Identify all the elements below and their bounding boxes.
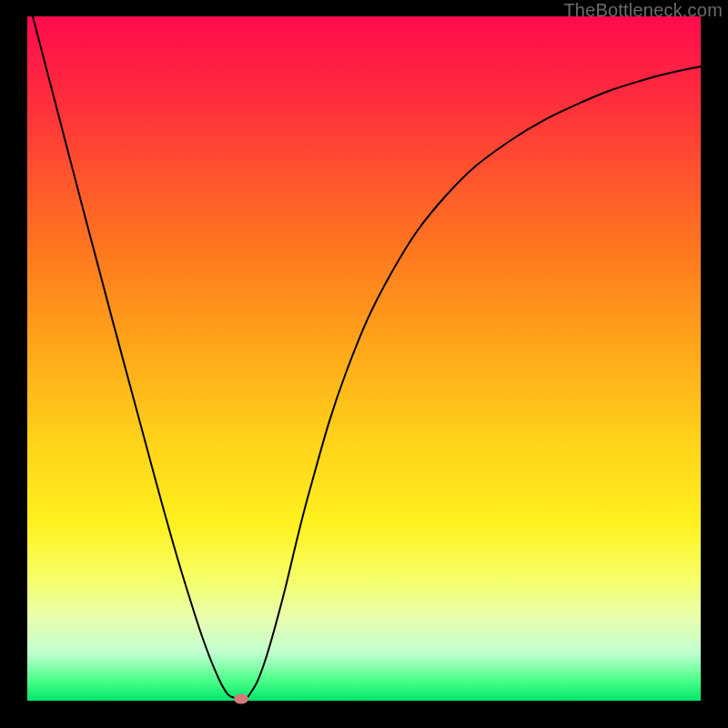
- min-point-marker: [234, 694, 248, 704]
- watermark-text: TheBottleneck.com: [563, 0, 723, 21]
- bottleneck-curve: [33, 16, 701, 701]
- plot-area: [27, 16, 701, 701]
- chart-frame: TheBottleneck.com: [0, 0, 728, 728]
- curve-svg: [27, 16, 701, 701]
